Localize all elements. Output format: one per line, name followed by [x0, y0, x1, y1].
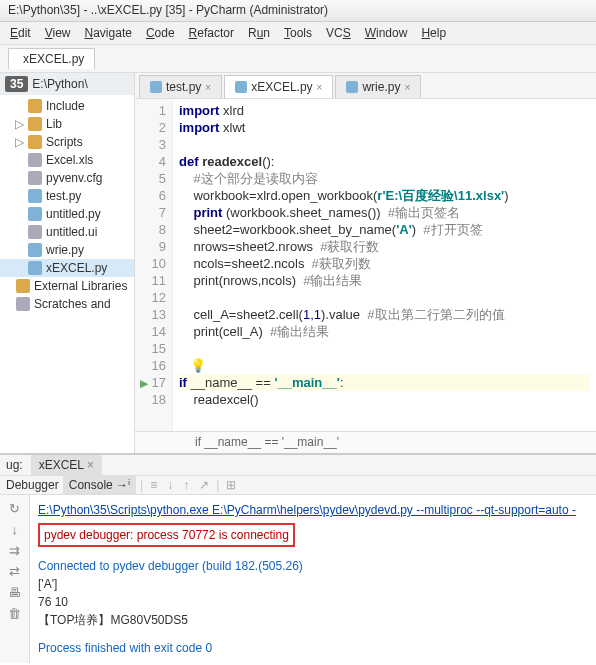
menu-view[interactable]: View: [39, 24, 77, 42]
tree-item[interactable]: pyvenv.cfg: [0, 169, 134, 187]
close-icon[interactable]: ×: [205, 82, 211, 93]
main-tab[interactable]: xEXCEL.py: [8, 48, 95, 69]
output-line: ['A']: [38, 575, 588, 593]
menu-code[interactable]: Code: [140, 24, 181, 42]
tree-item-label: untitled.py: [46, 207, 101, 221]
editor-tab-bar: test.py×xEXCEL.py×wrie.py×: [135, 73, 596, 99]
editor-area: test.py×xEXCEL.py×wrie.py× 1234567891011…: [135, 73, 596, 453]
debug-panel: ug: xEXCEL × Debugger Console →ⁱ | ≡ ↓ ↑…: [0, 453, 596, 661]
exit-msg: Process finished with exit code 0: [38, 639, 588, 657]
wrap-icon[interactable]: ⇉: [9, 543, 20, 558]
tree-item-label: xEXCEL.py: [46, 261, 107, 275]
code-content[interactable]: import xlrdimport xlwt def readexcel(): …: [173, 99, 596, 431]
file-icon: [28, 225, 42, 239]
step-cursor-icon[interactable]: ↗: [196, 478, 212, 492]
project-sidebar: 35 E:\Python\ Include▷Lib▷ScriptsExcel.x…: [0, 73, 135, 453]
folder-icon: [28, 117, 42, 131]
tree-item-label: External Libraries: [34, 279, 127, 293]
expand-icon[interactable]: ▷: [14, 117, 24, 131]
tree-item[interactable]: untitled.ui: [0, 223, 134, 241]
editor-tab[interactable]: xEXCEL.py×: [224, 75, 333, 98]
folder-icon: [28, 135, 42, 149]
py-icon: [28, 243, 42, 257]
file-icon: [28, 171, 42, 185]
console-command: E:\Python\35\Scripts\python.exe E:\PyCha…: [38, 501, 588, 519]
debug-label: ug:: [6, 458, 23, 472]
menu-run[interactable]: Run: [242, 24, 276, 42]
file-icon: [28, 153, 42, 167]
project-path: E:\Python\: [32, 77, 87, 91]
main-tab-bar: xEXCEL.py: [0, 45, 596, 73]
tree-item[interactable]: Excel.xls: [0, 151, 134, 169]
project-tree: Include▷Lib▷ScriptsExcel.xlspyvenv.cfgte…: [0, 95, 134, 315]
tree-item-label: Include: [46, 99, 85, 113]
py-icon: [28, 261, 42, 275]
menu-bar: Edit View Navigate Code Refactor Run Too…: [0, 22, 596, 45]
tree-item-label: Lib: [46, 117, 62, 131]
close-icon[interactable]: ×: [317, 82, 323, 93]
tree-item-label: Scratches and: [34, 297, 111, 311]
close-icon[interactable]: ×: [87, 458, 94, 472]
console-tab[interactable]: Console →ⁱ: [63, 476, 136, 494]
tree-item[interactable]: Scratches and: [0, 295, 134, 313]
folder-icon: [28, 99, 42, 113]
tree-item[interactable]: ▷Lib: [0, 115, 134, 133]
main-tab-label: xEXCEL.py: [23, 52, 84, 66]
line-gutter: 12345678910111213141516▶ 1718: [135, 99, 173, 431]
tree-item[interactable]: wrie.py: [0, 241, 134, 259]
output-line: 【TOP培养】MG80V50DS5: [38, 611, 588, 629]
menu-window[interactable]: Window: [359, 24, 414, 42]
tree-item-label: Scripts: [46, 135, 83, 149]
close-icon[interactable]: ×: [404, 82, 410, 93]
project-badge: 35: [5, 76, 28, 92]
python-file-icon: [150, 81, 162, 93]
console-output[interactable]: E:\Python\35\Scripts\python.exe E:\PyCha…: [30, 495, 596, 663]
code-editor[interactable]: 12345678910111213141516▶ 1718 import xlr…: [135, 99, 596, 431]
output-line: 76 10: [38, 593, 588, 611]
tree-item-label: untitled.ui: [46, 225, 97, 239]
menu-tools[interactable]: Tools: [278, 24, 318, 42]
editor-tab[interactable]: test.py×: [139, 75, 222, 98]
tree-item-label: pyvenv.cfg: [46, 171, 102, 185]
debugger-connecting-msg: pydev debugger: process 70772 is connect…: [38, 523, 295, 547]
tree-item-label: Excel.xls: [46, 153, 93, 167]
eval-expr-icon[interactable]: ⊞: [223, 478, 239, 492]
connected-msg: Connected to pydev debugger (build 182.(…: [38, 557, 588, 575]
python-file-icon: [235, 81, 247, 93]
window-title: E:\Python\35] - ..\xEXCEL.py [35] - PyCh…: [0, 0, 596, 22]
py-icon: [28, 189, 42, 203]
debugger-tab[interactable]: Debugger: [6, 478, 59, 492]
step-out-icon[interactable]: ↑: [180, 478, 192, 492]
tree-item[interactable]: Include: [0, 97, 134, 115]
trash-icon[interactable]: 🗑: [8, 606, 21, 621]
debug-run-tab[interactable]: xEXCEL ×: [31, 455, 102, 475]
editor-breadcrumb[interactable]: if __name__ == '__main__': [135, 431, 596, 453]
python-file-icon: [346, 81, 358, 93]
tree-item[interactable]: test.py: [0, 187, 134, 205]
rerun-icon[interactable]: ↻: [9, 501, 20, 516]
menu-edit[interactable]: Edit: [4, 24, 37, 42]
print-icon[interactable]: 🖶: [8, 585, 21, 600]
run-marker-icon[interactable]: ▶: [140, 377, 148, 389]
editor-tab[interactable]: wrie.py×: [335, 75, 421, 98]
menu-navigate[interactable]: Navigate: [79, 24, 138, 42]
tree-item[interactable]: untitled.py: [0, 205, 134, 223]
tree-item[interactable]: External Libraries: [0, 277, 134, 295]
menu-help[interactable]: Help: [415, 24, 452, 42]
project-root[interactable]: 35 E:\Python\: [0, 73, 134, 95]
menu-vcs[interactable]: VCS: [320, 24, 357, 42]
menu-refactor[interactable]: Refactor: [183, 24, 240, 42]
tree-item[interactable]: ▷Scripts: [0, 133, 134, 151]
editor-tab-label: test.py: [166, 80, 201, 94]
debug-toolbar: ↻ ↓ ⇉ ⇄ 🖶 🗑: [0, 495, 30, 663]
expand-icon[interactable]: ▷: [14, 135, 24, 149]
step-over-icon[interactable]: ≡: [147, 478, 160, 492]
soft-wrap-icon[interactable]: ⇄: [9, 564, 20, 579]
editor-tab-label: wrie.py: [362, 80, 400, 94]
tree-item[interactable]: xEXCEL.py: [0, 259, 134, 277]
down-icon[interactable]: ↓: [11, 522, 18, 537]
py-icon: [28, 207, 42, 221]
folder-icon: [16, 279, 30, 293]
step-into-icon[interactable]: ↓: [164, 478, 176, 492]
tree-item-label: wrie.py: [46, 243, 84, 257]
